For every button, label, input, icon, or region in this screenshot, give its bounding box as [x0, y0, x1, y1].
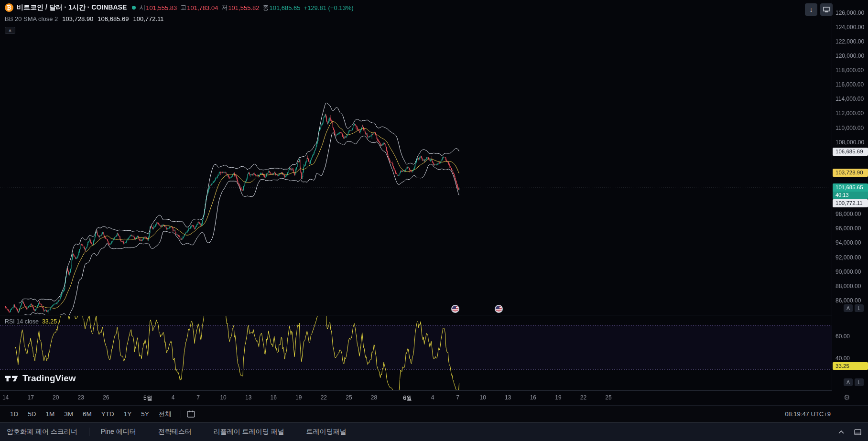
- range-button-1m[interactable]: 1M: [42, 409, 59, 419]
- rsi-value-badge: 33.25: [833, 362, 868, 370]
- calendar-icon: [187, 410, 195, 418]
- bottom-toolbar: 1D5D1M3M6MYTD1Y5Y전체 08:19:47 UTC+9: [0, 405, 868, 422]
- range-button-전체[interactable]: 전체: [154, 408, 176, 420]
- close-value: 101,685.65: [269, 4, 300, 11]
- price-tick-label: 118,000.00: [835, 66, 864, 74]
- time-axis[interactable]: 14172023265월47101316192225286월4710131619…: [0, 390, 832, 405]
- tab-1[interactable]: Pine 에디터: [101, 428, 136, 436]
- log-scale-button[interactable]: L: [855, 304, 864, 312]
- chart-legend: ₿ 비트코인 / 달러 · 1시간 · COINBASE 시 101,555.8…: [5, 2, 354, 23]
- ohlc-high: 고 101,783.04: [180, 3, 218, 12]
- price-tick-label: 126,000.00: [835, 9, 864, 17]
- range-button-5y[interactable]: 5Y: [137, 409, 153, 419]
- price-tick-label: 98,000.00: [835, 210, 861, 218]
- chart-top-right-buttons: ↓: [805, 3, 833, 16]
- flag-canton: [496, 306, 499, 309]
- chart-area: ₿ 비트코인 / 달러 · 1시간 · COINBASE 시 101,555.8…: [0, 0, 868, 405]
- price-axis[interactable]: 126,000.00124,000.00122,000.00120,000.00…: [832, 0, 868, 390]
- download-icon[interactable]: ↓: [805, 3, 817, 16]
- monitor-icon: [823, 7, 830, 12]
- panel-maximize-icon[interactable]: [854, 429, 861, 435]
- rsi-auto-scale-button[interactable]: A: [844, 378, 853, 386]
- tradingview-logo-icon: [5, 374, 19, 383]
- time-axis-label: 13: [245, 394, 251, 401]
- tradingview-logo-text: TradingView: [22, 373, 76, 384]
- range-button-6m[interactable]: 6M: [78, 409, 96, 419]
- high-label: 고: [180, 3, 186, 12]
- tab-2[interactable]: 전략테스터: [158, 428, 192, 436]
- range-button-ytd[interactable]: YTD: [97, 409, 119, 419]
- rsi-axis-label: 60.00: [835, 333, 850, 340]
- time-axis-label: 28: [371, 394, 377, 401]
- ohlc-low: 저 101,555.82: [221, 3, 259, 12]
- us-flag-event[interactable]: [495, 305, 503, 313]
- symbol-legend-row: ₿ 비트코인 / 달러 · 1시간 · COINBASE 시 101,555.8…: [5, 2, 354, 13]
- low-label: 저: [221, 3, 228, 12]
- legend-collapse-button[interactable]: ▲: [5, 27, 15, 34]
- bar-countdown: 40:13: [833, 192, 868, 199]
- open-label: 시: [139, 3, 145, 12]
- statusbar-right: [838, 429, 861, 435]
- rsi-log-scale-button[interactable]: L: [855, 378, 864, 386]
- fullscreen-icon[interactable]: [820, 3, 833, 16]
- price-tick-label: 88,000.00: [835, 282, 861, 290]
- time-axis-label: 10: [480, 394, 486, 401]
- tradingview-app: ₿ 비트코인 / 달러 · 1시간 · COINBASE 시 101,555.8…: [0, 0, 868, 441]
- rsi-indicator-name[interactable]: RSI 14 close: [5, 318, 39, 325]
- time-axis-label: 22: [321, 394, 327, 401]
- panel-collapse-chevron-icon[interactable]: [838, 430, 845, 434]
- bb-basis-value: 103,728.90: [62, 15, 93, 22]
- last-price-value: 101,685.65: [833, 183, 868, 192]
- time-axis-label: 19: [555, 394, 561, 401]
- tradingview-logo[interactable]: TradingView: [5, 373, 76, 384]
- open-value: 101,555.83: [146, 4, 177, 11]
- bitcoin-icon: ₿: [5, 3, 13, 12]
- ohlc-open: 시 101,555.83: [139, 3, 177, 12]
- price-tick-label: 94,000.00: [835, 239, 861, 247]
- range-button-1d[interactable]: 1D: [6, 409, 22, 419]
- price-tick-label: 122,000.00: [835, 38, 864, 45]
- price-tick-label: 86,000.00: [835, 297, 861, 304]
- statusbar: 암호화폐 페어 스크리너Pine 에디터전략테스터리플레이 트레이딩 패널트레이…: [0, 422, 868, 441]
- time-axis-label: 4: [172, 394, 175, 401]
- indicator-legend-row: BB 20 SMA close 2 103,728.90 106,685.69 …: [5, 14, 354, 23]
- bb-upper-price-label: 106,685.69: [833, 148, 868, 156]
- time-axis-label: 17: [27, 394, 33, 401]
- time-axis-label: 4: [431, 394, 434, 401]
- time-axis-label: 10: [220, 394, 226, 401]
- time-axis-label: 23: [78, 394, 84, 401]
- goto-date-button[interactable]: [186, 409, 196, 419]
- change-value: +129.81 (+0.13%): [304, 4, 354, 11]
- rsi-legend-value: 33.25: [42, 318, 57, 325]
- time-axis-label: 19: [295, 394, 302, 401]
- time-axis-label: 13: [505, 394, 511, 401]
- market-status-dot[interactable]: [132, 6, 136, 10]
- price-chart-canvas[interactable]: [0, 0, 832, 390]
- auto-scale-button[interactable]: A: [844, 304, 853, 312]
- statusbar-tab-divider: [89, 428, 89, 436]
- range-buttons: 1D5D1M3M6MYTD1Y5Y전체: [6, 408, 176, 420]
- bb-lower-value: 100,772.11: [133, 15, 163, 22]
- time-axis-label: 26: [103, 394, 109, 401]
- rsi-scale-buttons: A L: [844, 378, 864, 386]
- range-button-3m[interactable]: 3M: [60, 409, 77, 419]
- price-tick-label: 108,000.00: [835, 139, 864, 146]
- tab-4[interactable]: 트레이딩패널: [306, 428, 346, 436]
- us-flag-event[interactable]: [451, 305, 459, 313]
- close-label: 종: [262, 3, 269, 12]
- symbol-title[interactable]: 비트코인 / 달러 · 1시간 · COINBASE: [17, 3, 127, 12]
- rsi-legend: RSI 14 close 33.25: [5, 318, 57, 325]
- range-button-1y[interactable]: 1Y: [119, 409, 136, 419]
- bb-upper-value: 106,685.69: [98, 15, 129, 22]
- bb-lower-price-label: 100,772.11: [833, 199, 868, 207]
- tab-3[interactable]: 리플레이 트레이딩 패널: [214, 428, 284, 436]
- session-clock[interactable]: 08:19:47 UTC+9: [785, 410, 862, 418]
- tab-0[interactable]: 암호화폐 페어 스크리너: [7, 428, 77, 436]
- rsi-axis-label: 40.00: [835, 355, 850, 362]
- range-button-5d[interactable]: 5D: [23, 409, 40, 419]
- bb-indicator-name[interactable]: BB 20 SMA close 2: [5, 15, 58, 22]
- time-axis-label: 16: [530, 394, 536, 401]
- axis-settings-gear-icon[interactable]: ⚙: [842, 393, 852, 402]
- time-axis-label: 22: [580, 394, 586, 401]
- time-axis-label: 25: [605, 394, 611, 401]
